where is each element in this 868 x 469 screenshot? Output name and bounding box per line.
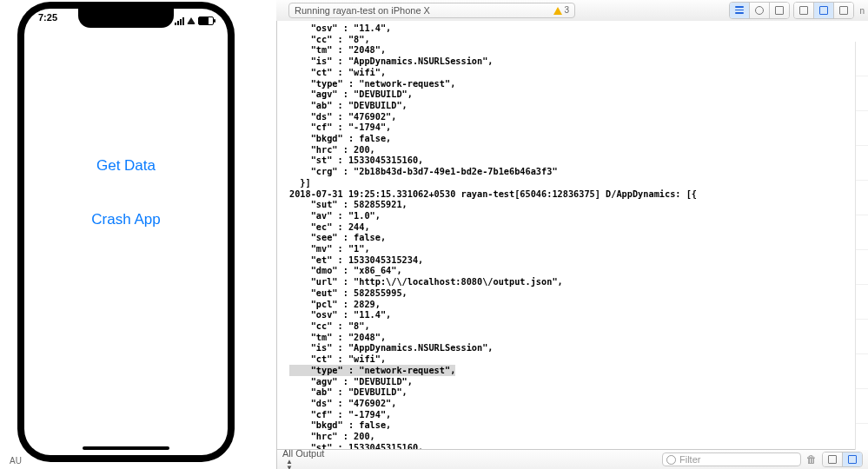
toggle-inspector-button[interactable] xyxy=(833,3,853,18)
console-highlight-line[interactable]: "type" : "network-request", xyxy=(289,365,455,376)
left-panel-icon xyxy=(799,6,808,15)
battery-icon xyxy=(198,17,214,25)
activity-status: Running rayan-test on iPhone X 3 xyxy=(288,3,575,18)
scrollbar[interactable] xyxy=(855,42,868,450)
warning-count: 3 xyxy=(564,3,569,18)
console-output[interactable]: "osv" : "11.4", "cc" : "8", "tm" : "2048… xyxy=(277,21,868,449)
clear-console-button[interactable]: 🗑 xyxy=(806,453,817,466)
console-footer: All Output ▲▼ Filter 🗑 xyxy=(277,449,868,469)
console-post: "agv" : "DEVBUILD", "ab" : "DEVBUILD", "… xyxy=(289,376,868,450)
status-icons xyxy=(175,12,214,30)
version-editor-button[interactable] xyxy=(769,3,789,18)
crash-app-button[interactable]: Crash App xyxy=(86,210,165,229)
toggle-navigator-button[interactable] xyxy=(794,3,813,18)
clock-label: 7:25 xyxy=(38,12,57,30)
filter-icon xyxy=(666,455,676,465)
corner-label: AU xyxy=(10,456,22,466)
debug-area: "osv" : "11.4", "cc" : "8", "tm" : "2048… xyxy=(276,21,868,469)
signal-icon xyxy=(175,17,184,25)
right-pane-icon xyxy=(848,455,857,464)
panel-toggle-segment[interactable] xyxy=(793,2,854,19)
up-down-icon: ▲▼ xyxy=(286,459,324,469)
console-filter-field[interactable]: Filter xyxy=(662,452,801,466)
bottom-panel-icon xyxy=(819,6,828,15)
toolbar-right: n xyxy=(729,2,868,19)
ios-status-bar: 7:25 xyxy=(24,12,228,30)
arrows-icon xyxy=(775,6,784,15)
console-pane-segment[interactable] xyxy=(822,452,863,467)
standard-editor-button[interactable] xyxy=(730,3,749,18)
wifi-icon xyxy=(187,17,195,24)
rings-icon xyxy=(755,6,764,15)
get-data-button[interactable]: Get Data xyxy=(91,156,161,175)
iphone-screen: 7:25 Get Data Crash App xyxy=(24,9,228,455)
app-content: Get Data Crash App xyxy=(24,9,228,455)
console-text[interactable]: "osv" : "11.4", "cc" : "8", "tm" : "2048… xyxy=(277,21,868,449)
toolbar-tail-label: n xyxy=(859,6,865,16)
simulator-window: 7:25 Get Data Crash App AU xyxy=(5,0,270,469)
assistant-editor-button[interactable] xyxy=(749,3,769,18)
variables-pane-button[interactable] xyxy=(823,452,842,466)
iphone-x-frame: 7:25 Get Data Crash App xyxy=(17,2,235,462)
right-panel-icon xyxy=(839,6,848,15)
warning-icon xyxy=(553,7,562,15)
home-indicator[interactable] xyxy=(83,446,169,450)
console-pre: "osv" : "11.4", "cc" : "8", "tm" : "2048… xyxy=(289,23,697,364)
editor-mode-segment[interactable] xyxy=(729,2,790,19)
filter-placeholder: Filter xyxy=(679,454,700,465)
left-pane-icon xyxy=(828,455,837,464)
console-pane-button[interactable] xyxy=(842,452,862,466)
warning-badge[interactable]: 3 xyxy=(553,3,569,18)
toolbar: Running rayan-test on iPhone X 3 n xyxy=(276,0,868,22)
lines-icon xyxy=(735,6,744,15)
activity-status-text: Running rayan-test on iPhone X xyxy=(295,3,553,18)
output-scope-selector[interactable]: All Output ▲▼ xyxy=(282,448,324,469)
toggle-debug-button[interactable] xyxy=(813,3,833,18)
